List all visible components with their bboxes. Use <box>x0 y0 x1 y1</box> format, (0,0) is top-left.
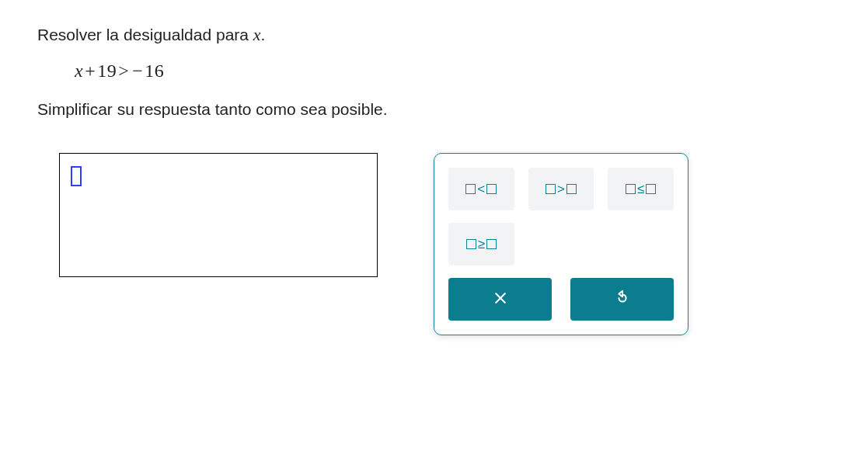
placeholder-box-icon <box>546 184 556 194</box>
undo-button[interactable] <box>570 278 674 321</box>
less-equal-icon: ≤ <box>636 182 645 197</box>
keypad-panel: < > ≤ ≥ <box>434 153 688 335</box>
prompt-line-2: Simplificar su respuesta tanto como sea … <box>37 100 831 119</box>
greater-equal-button[interactable]: ≥ <box>448 223 514 265</box>
greater-than-button[interactable]: > <box>528 168 594 210</box>
less-equal-button[interactable]: ≤ <box>608 168 674 210</box>
prompt-line-1: Resolver la desigualdad para x. <box>37 25 831 45</box>
keypad-action-row <box>448 278 674 321</box>
clear-button[interactable] <box>448 278 552 321</box>
less-than-icon: < <box>476 182 486 197</box>
greater-equal-icon: ≥ <box>477 237 486 252</box>
placeholder-box-icon <box>465 184 476 194</box>
greater-than-icon: > <box>556 182 566 197</box>
close-icon <box>492 290 509 309</box>
answer-input[interactable] <box>59 153 378 277</box>
placeholder-box-icon <box>646 184 656 194</box>
undo-icon <box>614 290 631 309</box>
placeholder-box-icon <box>486 239 497 249</box>
prompt-variable: x <box>253 25 261 44</box>
keypad-row-1: < > ≤ <box>448 168 674 210</box>
answer-cursor <box>71 166 82 186</box>
work-area: < > ≤ ≥ <box>37 153 831 335</box>
prompt-text-after: . <box>261 26 266 43</box>
placeholder-box-icon <box>566 184 577 194</box>
inequality-expression: x+19>−16 <box>75 61 831 82</box>
keypad-row-2: ≥ <box>448 223 674 265</box>
placeholder-box-icon <box>626 184 636 194</box>
prompt-text-before: Resolver la desigualdad para <box>37 26 253 43</box>
less-than-button[interactable]: < <box>448 168 514 210</box>
placeholder-box-icon <box>466 239 476 249</box>
placeholder-box-icon <box>486 184 497 194</box>
